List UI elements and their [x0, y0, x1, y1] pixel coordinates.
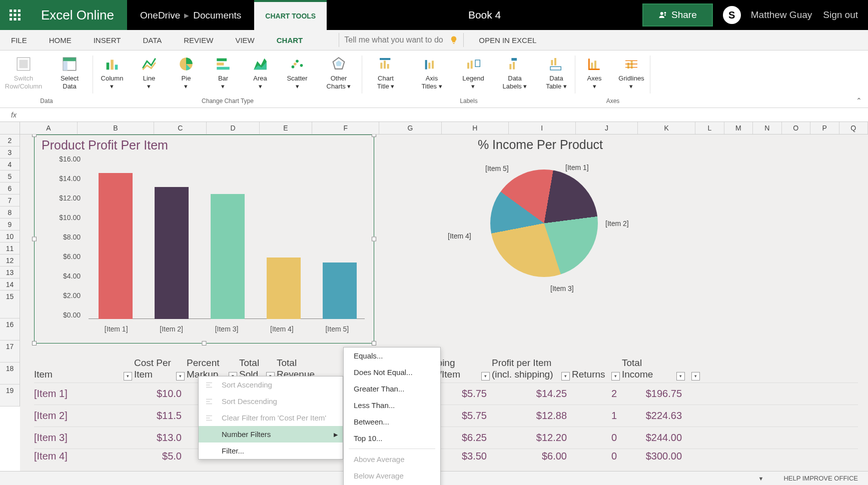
menu-item[interactable]: Between... [344, 414, 440, 430]
row-headers[interactable]: 2345678910111213141516171819 [0, 134, 20, 406]
ribbon-legend[interactable]: Legend▾ [458, 56, 488, 91]
menu-item[interactable]: Number Filters▶ [199, 426, 343, 442]
tab-file[interactable]: FILE [0, 36, 38, 44]
col-header[interactable]: E [260, 122, 312, 134]
ribbon-data-table[interactable]: DataTable ▾ [541, 56, 571, 91]
col-header[interactable]: M [724, 122, 753, 134]
row-header[interactable]: 19 [0, 384, 20, 406]
col-header[interactable]: I [509, 122, 576, 134]
filter-button[interactable]: ▾ [561, 372, 570, 380]
ribbon-chart-title[interactable]: ChartTitle ▾ [366, 56, 405, 91]
ribbon-pie[interactable]: Pie▾ [171, 56, 201, 91]
svg-rect-6 [10, 18, 12, 20]
tell-me-input[interactable] [344, 36, 444, 44]
collapse-ribbon-icon[interactable]: ⌃ [856, 96, 862, 104]
menu-item[interactable]: Top 10... [344, 430, 440, 446]
user-name[interactable]: Matthew Guay [751, 10, 812, 20]
filter-button[interactable]: ▾ [611, 372, 620, 380]
sheet-canvas[interactable]: Product Profit Per Item $16.00$14.00$12.… [20, 134, 868, 485]
col-header[interactable]: C [154, 122, 207, 134]
select-all-corner[interactable] [0, 122, 20, 134]
row-header[interactable]: 14 [0, 278, 20, 290]
col-header[interactable]: K [638, 122, 695, 134]
row-header[interactable]: 6 [0, 182, 20, 194]
menu-item[interactable]: Greater Than... [344, 380, 440, 397]
row-header[interactable]: 13 [0, 266, 20, 278]
bar-chart[interactable]: Product Profit Per Item $16.00$14.00$12.… [34, 134, 374, 344]
row-header[interactable]: 8 [0, 206, 20, 218]
filter-button[interactable]: ▾ [676, 372, 685, 380]
filter-button[interactable]: ▾ [691, 372, 700, 380]
status-menu-icon[interactable]: ▼ [758, 476, 764, 482]
ribbon-scatter[interactable]: Scatter▾ [282, 56, 312, 91]
row-header[interactable]: 17 [0, 340, 20, 362]
col-header[interactable]: Q [839, 122, 868, 134]
sign-out-link[interactable]: Sign out [823, 10, 858, 20]
cell: $11.5 [134, 410, 187, 422]
app-launcher-icon[interactable] [0, 0, 30, 30]
tab-chart[interactable]: CHART [266, 36, 314, 44]
ribbon-bar[interactable]: Bar▾ [208, 56, 238, 91]
ribbon-other-charts[interactable]: OtherCharts ▾ [319, 56, 358, 91]
row-header[interactable]: 7 [0, 194, 20, 206]
row-header[interactable]: 18 [0, 362, 20, 384]
chart-tools-tab[interactable]: CHART TOOLS [254, 0, 327, 30]
breadcrumb[interactable]: OneDrive▸Documents [127, 10, 254, 21]
skype-icon[interactable]: S [723, 6, 741, 24]
ribbon-axis-titles[interactable]: AxisTitles ▾ [412, 56, 451, 91]
ribbon-line[interactable]: Line▾ [134, 56, 164, 91]
ribbon-data-labels[interactable]: DataLabels ▾ [495, 56, 534, 91]
col-header[interactable]: L [695, 122, 724, 134]
tab-view[interactable]: VIEW [224, 36, 265, 44]
open-in-excel-link[interactable]: OPEN IN EXCEL [479, 36, 536, 44]
col-header[interactable]: J [576, 122, 638, 134]
filter-button[interactable]: ▾ [176, 372, 185, 380]
col-header[interactable]: F [312, 122, 379, 134]
tab-review[interactable]: REVIEW [173, 36, 224, 44]
help-improve-link[interactable]: HELP IMPROVE OFFICE [783, 474, 858, 482]
filter-button[interactable]: ▾ [124, 372, 132, 380]
row-header[interactable]: 5 [0, 170, 20, 182]
pie-chart[interactable]: % Income Per Product [Item 1] [Item 2] [… [390, 134, 690, 344]
menu-item[interactable]: Equals... [344, 348, 440, 364]
column-headers[interactable]: ABCDEFGHIJKLMNOPQ [20, 122, 868, 134]
document-title[interactable]: Book 4 [327, 9, 642, 21]
ribbon-area[interactable]: Area▾ [245, 56, 275, 91]
row-header[interactable]: 12 [0, 254, 20, 266]
table-row[interactable]: [Item 1]$10.0$5.75$14.252$196.75 [34, 382, 858, 404]
row-header[interactable]: 16 [0, 318, 20, 340]
menu-item[interactable]: Does Not Equal... [344, 364, 440, 380]
row-header[interactable]: 4 [0, 158, 20, 170]
share-button[interactable]: Share [642, 4, 713, 26]
menu-item[interactable]: Filter... [199, 442, 343, 459]
ribbon-column[interactable]: Column▾ [97, 56, 127, 91]
table-row[interactable]: [Item 4]$5.0$3.50$6.000$300.00 [34, 448, 858, 464]
col-header[interactable]: H [442, 122, 509, 134]
col-header[interactable]: D [207, 122, 259, 134]
row-header[interactable]: 10 [0, 230, 20, 242]
title-bar: Excel Online OneDrive▸Documents CHART TO… [0, 0, 868, 30]
row-header[interactable]: 2 [0, 134, 20, 146]
table-row[interactable]: [Item 3]$13.0$6.25$12.200$244.00 [34, 426, 858, 448]
ribbon-axes[interactable]: Axes▾ [579, 56, 609, 91]
filter-button[interactable]: ▾ [481, 372, 490, 380]
row-header[interactable]: 11 [0, 242, 20, 254]
col-header[interactable]: O [782, 122, 810, 134]
brand-label[interactable]: Excel Online [30, 0, 127, 30]
row-header[interactable]: 3 [0, 146, 20, 158]
ribbon-select-data[interactable]: SelectData [50, 56, 89, 91]
menu-item[interactable]: Less Than... [344, 397, 440, 414]
col-header[interactable]: A [20, 122, 78, 134]
col-header[interactable]: P [810, 122, 839, 134]
col-header[interactable]: B [78, 122, 154, 134]
tab-insert[interactable]: INSERT [83, 36, 132, 44]
table-row[interactable]: [Item 2]$11.5$5.75$12.881$224.63 [34, 404, 858, 426]
col-header[interactable]: N [753, 122, 781, 134]
row-header[interactable]: 15 [0, 290, 20, 318]
tab-data[interactable]: DATA [132, 36, 173, 44]
row-header[interactable]: 9 [0, 218, 20, 230]
col-header[interactable]: G [379, 122, 441, 134]
ribbon-gridlines[interactable]: Gridlines▾ [616, 56, 646, 91]
tab-home[interactable]: HOME [38, 36, 83, 44]
formula-bar[interactable]: fx [0, 108, 868, 122]
